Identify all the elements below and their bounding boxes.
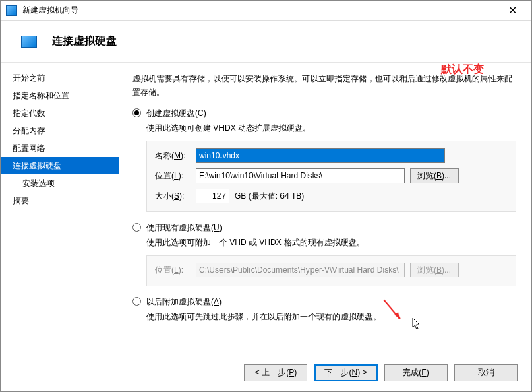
cancel-button[interactable]: 取消	[454, 364, 518, 381]
create-vhd-fields: 名称(M): 位置(L): 浏览(B)... 大小(S): GB (最大值: 6…	[146, 141, 516, 212]
opt-existing-vhd-desc: 使用此选项可附加一个 VHD 或 VHDX 格式的现有虚拟硬盘。	[146, 236, 516, 249]
existing-location-input	[196, 263, 405, 277]
radio-attach-later[interactable]	[132, 297, 141, 306]
browse-location-button[interactable]: 浏览(B)...	[410, 168, 459, 183]
sidebar-item-name-location[interactable]: 指定名称和位置	[1, 87, 119, 104]
vhd-size-input[interactable]	[196, 189, 229, 203]
vhd-location-input[interactable]	[196, 168, 405, 183]
wizard-window: 新建虚拟机向导 ✕ 连接虚拟硬盘 开始之前 指定名称和位置 指定代数 分配内存 …	[0, 0, 532, 392]
existing-vhd-fields: 位置(L): 浏览(B)...	[146, 255, 516, 286]
vhd-name-input[interactable]	[196, 148, 445, 163]
next-button[interactable]: 下一步(N) >	[314, 364, 378, 381]
radio-existing-vhd[interactable]	[132, 223, 141, 232]
sidebar-item-summary[interactable]: 摘要	[1, 192, 119, 209]
sidebar-item-install-options[interactable]: 安装选项	[1, 174, 119, 192]
name-label: 名称(M):	[155, 150, 196, 162]
page-title: 连接虚拟硬盘	[52, 34, 117, 48]
radio-create-vhd[interactable]	[132, 108, 141, 117]
close-icon[interactable]: ✕	[499, 4, 526, 17]
opt-create-vhd-label: 创建虚拟硬盘(C)	[146, 107, 206, 119]
prev-button[interactable]: < 上一步(P)	[244, 364, 307, 381]
wizard-content: 虚拟机需要具有存储，以便可以安装操作系统。可以立即指定存储，也可以稍后通过修改虚…	[119, 63, 531, 354]
finish-button[interactable]: 完成(F)	[384, 364, 448, 381]
sidebar-item-vhd[interactable]: 连接虚拟硬盘	[1, 157, 119, 174]
sidebar-item-networking[interactable]: 配置网络	[1, 139, 119, 157]
sidebar-item-before-begin[interactable]: 开始之前	[1, 69, 119, 87]
wizard-footer: < 上一步(P) 下一步(N) > 完成(F) 取消	[1, 354, 531, 391]
size-suffix: GB (最大值: 64 TB)	[235, 191, 304, 202]
existing-location-label: 位置(L):	[155, 265, 196, 276]
monitor-icon	[21, 36, 37, 48]
annotation-text: 默认不变	[441, 63, 484, 77]
page-header: 连接虚拟硬盘	[1, 21, 531, 63]
wizard-sidebar: 开始之前 指定名称和位置 指定代数 分配内存 配置网络 连接虚拟硬盘 安装选项 …	[1, 63, 119, 354]
sidebar-item-memory[interactable]: 分配内存	[1, 122, 119, 139]
opt-create-vhd[interactable]: 创建虚拟硬盘(C)	[132, 107, 516, 119]
opt-attach-later-desc: 使用此选项可先跳过此步骤，并在以后附加一个现有的虚拟硬盘。	[146, 311, 516, 323]
titlebar: 新建虚拟机向导 ✕	[1, 1, 531, 21]
opt-existing-vhd-label: 使用现有虚拟硬盘(U)	[146, 222, 223, 234]
wizard-body: 开始之前 指定名称和位置 指定代数 分配内存 配置网络 连接虚拟硬盘 安装选项 …	[1, 63, 531, 354]
opt-attach-later[interactable]: 以后附加虚拟硬盘(A)	[132, 296, 516, 308]
opt-attach-later-label: 以后附加虚拟硬盘(A)	[146, 296, 222, 308]
location-label: 位置(L):	[155, 170, 196, 182]
opt-existing-vhd[interactable]: 使用现有虚拟硬盘(U)	[132, 222, 516, 234]
opt-create-vhd-desc: 使用此选项可创建 VHDX 动态扩展虚拟硬盘。	[146, 122, 516, 134]
size-label: 大小(S):	[155, 191, 196, 202]
sidebar-item-generation[interactable]: 指定代数	[1, 104, 119, 122]
app-icon	[6, 5, 17, 16]
browse-existing-button: 浏览(B)...	[410, 263, 459, 277]
window-title: 新建虚拟机向导	[22, 5, 499, 16]
